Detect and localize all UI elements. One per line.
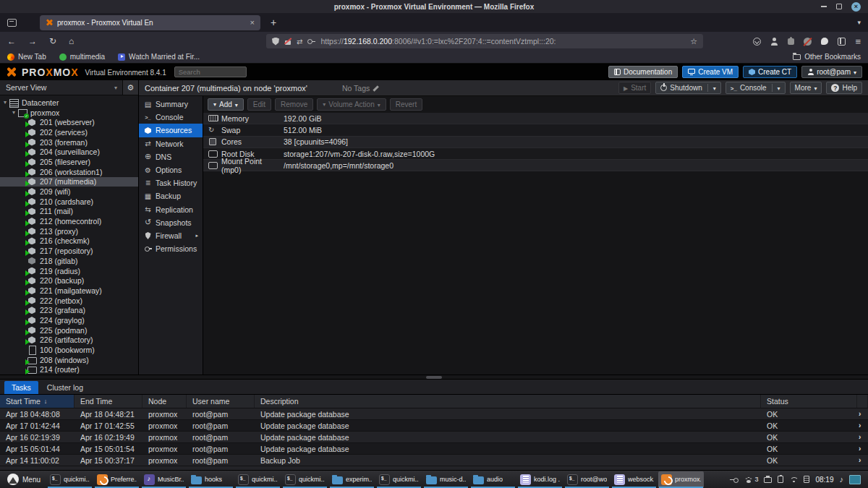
tree-item-guest[interactable]: 222 (netbox) <box>0 296 138 306</box>
edit-pencil-icon[interactable] <box>373 85 380 92</box>
tree-item-datacenter[interactable]: Datacenter <box>0 98 138 108</box>
taskbar-window-button[interactable]: quickmi... <box>282 471 328 488</box>
task-row[interactable]: Apr 17 01:42:44 Apr 17 01:42:55 proxmox … <box>0 420 868 432</box>
resource-row[interactable]: Swap 512.00 MiB <box>203 124 868 136</box>
task-row[interactable]: Apr 16 02:19:39 Apr 16 02:19:49 proxmox … <box>0 432 868 443</box>
taskbar-window-button[interactable]: Preferre... <box>94 471 140 488</box>
row-expand-chevron-icon[interactable] <box>857 456 868 464</box>
home-button[interactable] <box>69 36 74 46</box>
tree-item-guest[interactable]: 202 (services) <box>0 127 138 137</box>
network-wifi-icon[interactable] <box>789 476 798 483</box>
taskbar-window-button[interactable]: quickmi... <box>376 471 422 488</box>
permissions-icon[interactable] <box>297 38 302 46</box>
audio-note-icon[interactable] <box>840 475 844 484</box>
tree-item-guest[interactable]: 204 (surveillance) <box>0 147 138 157</box>
column-status[interactable]: Status <box>761 395 857 408</box>
tree-item-guest[interactable]: 219 (radius) <box>0 266 138 276</box>
bookmark-item[interactable]: Watch Married at Fir... <box>118 53 200 61</box>
account-icon[interactable] <box>770 38 778 46</box>
toolbar-button[interactable]: Remove <box>275 98 313 111</box>
menu-item[interactable]: Resources <box>139 124 203 137</box>
more-button[interactable]: More <box>790 82 822 94</box>
resource-row[interactable]: Cores 38 [cpuunits=4096] <box>203 137 868 148</box>
tab-cluster-log[interactable]: Cluster log <box>40 381 90 394</box>
menu-item[interactable]: Console <box>139 111 203 124</box>
list-tabs-icon[interactable] <box>857 19 861 26</box>
other-bookmarks[interactable]: Other Bookmarks <box>793 53 861 61</box>
tree-item-guest[interactable]: 206 (workstation1) <box>0 167 138 177</box>
create-vm-button[interactable]: Create VM <box>682 66 739 78</box>
taskbar-window-button[interactable]: experim... <box>329 471 375 488</box>
tree-item-guest[interactable]: 100 (bookworm) <box>0 345 138 355</box>
firefox-view-icon[interactable] <box>7 19 17 27</box>
reload-button[interactable] <box>49 36 56 46</box>
tree-item-guest[interactable]: 211 (mail) <box>0 207 138 217</box>
removable-media-icon[interactable] <box>730 476 739 482</box>
tree-item-guest[interactable]: 226 (artifactory) <box>0 335 138 346</box>
tree-settings-gear-icon[interactable] <box>122 80 138 95</box>
panel-splitter[interactable] <box>0 374 868 380</box>
chevron-down-icon[interactable] <box>778 84 780 92</box>
maximize-button[interactable] <box>836 4 842 9</box>
back-button[interactable] <box>7 36 16 46</box>
adblock-icon[interactable] <box>821 38 828 45</box>
bookmark-star-icon[interactable] <box>690 37 697 46</box>
disabled-extension-icon[interactable] <box>804 38 812 46</box>
menu-hamburger-icon[interactable] <box>855 36 861 47</box>
bookmark-item[interactable]: multimedia <box>59 53 105 61</box>
task-row[interactable]: Apr 18 04:48:08 Apr 18 04:48:21 proxmox … <box>0 408 868 420</box>
tree-item-guest[interactable]: 205 (fileserver) <box>0 157 138 167</box>
tab-tasks[interactable]: Tasks <box>4 381 38 394</box>
tree-item-guest[interactable]: 225 (podman) <box>0 325 138 335</box>
resource-row[interactable]: Root Disk storage1:207/vm-207-disk-0.raw… <box>203 148 868 160</box>
taskbar-window-button[interactable]: MusicBr... <box>141 471 187 488</box>
tracking-shield-icon[interactable] <box>272 38 279 46</box>
chevron-down-icon[interactable] <box>114 85 122 91</box>
expander-icon[interactable] <box>12 109 15 116</box>
browser-tab[interactable]: proxmox - Proxmox Virtual En <box>40 15 260 30</box>
task-row[interactable]: Apr 14 11:00:02 Apr 15 00:37:17 proxmox … <box>0 455 868 466</box>
tree-item-guest[interactable]: 218 (gitlab) <box>0 256 138 266</box>
documentation-button[interactable]: Documentation <box>608 66 678 78</box>
tree-item-guest[interactable]: 207 (multimedia) <box>0 177 138 187</box>
expander-icon[interactable] <box>4 99 7 106</box>
toolbar-button[interactable]: Edit <box>247 98 271 111</box>
console-button[interactable]: Console <box>726 82 786 94</box>
toolbar-button[interactable]: Volume Action <box>317 98 386 111</box>
menu-item[interactable]: Options <box>139 163 203 176</box>
tree-item-guest[interactable]: 212 (homecontrol) <box>0 216 138 226</box>
key-icon[interactable] <box>307 38 315 44</box>
taskbar-window-button[interactable]: quickmi... <box>47 471 93 488</box>
tree-item-guest[interactable]: 217 (repository) <box>0 246 138 256</box>
splitter-handle-icon[interactable] <box>426 376 442 379</box>
close-window-button[interactable] <box>851 2 861 12</box>
taskbar-window-button[interactable]: music-d... <box>423 471 469 488</box>
tree-item-guest[interactable]: 213 (proxy) <box>0 226 138 236</box>
tab-close-icon[interactable] <box>250 18 255 27</box>
insecure-lock-icon[interactable] <box>284 38 292 46</box>
toolbar-button[interactable]: Add <box>208 98 244 111</box>
shutdown-button[interactable]: Shutdown <box>655 82 721 94</box>
column-node[interactable]: Node <box>142 395 187 408</box>
log-applet-icon[interactable] <box>804 476 809 483</box>
menu-item[interactable]: Task History <box>139 176 203 189</box>
new-tab-button[interactable] <box>271 17 276 28</box>
taskbar-window-button[interactable]: root@wo... <box>564 471 610 488</box>
tree-item-guest[interactable]: 214 (router) <box>0 365 138 374</box>
row-expand-chevron-icon[interactable] <box>857 445 868 453</box>
menu-item[interactable]: Firewall <box>139 229 203 242</box>
taskbar-window-button[interactable]: kodi.log ... <box>517 471 563 488</box>
tree-item-guest[interactable]: 223 (grafana) <box>0 305 138 315</box>
url-bar[interactable]: https://192.168.0.200:8006/#v1:0:=lxc%2F… <box>266 34 703 48</box>
tree-item-guest[interactable]: 208 (windows) <box>0 355 138 365</box>
menu-item[interactable]: Backup <box>139 189 203 202</box>
tree-item-guest[interactable]: 216 (checkmk) <box>0 236 138 247</box>
start-menu-button[interactable]: Menu <box>4 471 44 488</box>
help-button[interactable]: Help <box>826 82 862 94</box>
menu-item[interactable]: Summary <box>139 98 203 111</box>
extension-icon[interactable] <box>788 38 794 45</box>
tree-item-node-proxmox[interactable]: proxmox <box>0 108 138 118</box>
forward-button[interactable] <box>28 36 37 46</box>
menu-item[interactable]: Replication <box>139 203 203 216</box>
updates-paw-icon[interactable] <box>744 476 752 483</box>
